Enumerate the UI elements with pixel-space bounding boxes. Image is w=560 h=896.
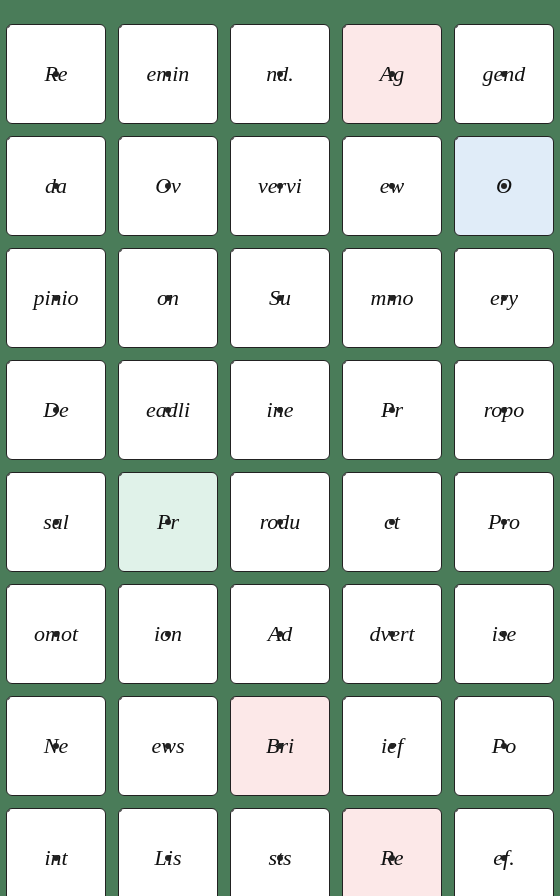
tile-text-8: ew bbox=[380, 173, 404, 199]
tile-text-22: rodu bbox=[260, 509, 301, 535]
tile-13[interactable]: mmo bbox=[342, 248, 442, 348]
tile-23[interactable]: ct bbox=[342, 472, 442, 572]
tile-10[interactable]: pinio bbox=[6, 248, 106, 348]
tile-2[interactable]: nd. bbox=[230, 24, 330, 124]
tile-12[interactable]: Su bbox=[230, 248, 330, 348]
tile-text-36: Lis bbox=[155, 845, 182, 871]
tile-text-17: ine bbox=[267, 397, 294, 423]
tile-text-16: eadli bbox=[146, 397, 190, 423]
tile-22[interactable]: rodu bbox=[230, 472, 330, 572]
tile-31[interactable]: ews bbox=[118, 696, 218, 796]
tile-14[interactable]: ery bbox=[454, 248, 554, 348]
tile-8[interactable]: ew bbox=[342, 136, 442, 236]
tile-text-30: Ne bbox=[44, 733, 68, 759]
tile-text-5: da bbox=[45, 173, 67, 199]
tile-17[interactable]: ine bbox=[230, 360, 330, 460]
tile-7[interactable]: vervi bbox=[230, 136, 330, 236]
tile-15[interactable]: De bbox=[6, 360, 106, 460]
tile-text-28: dvert bbox=[369, 621, 414, 647]
tile-text-14: ery bbox=[490, 285, 518, 311]
tile-text-27: Ad bbox=[268, 621, 292, 647]
tile-text-18: Pr bbox=[381, 397, 403, 423]
tile-29[interactable]: ise bbox=[454, 584, 554, 684]
tile-text-23: ct bbox=[384, 509, 400, 535]
tile-25[interactable]: omot bbox=[6, 584, 106, 684]
tile-text-32: Bri bbox=[266, 733, 294, 759]
tile-24[interactable]: Pro bbox=[454, 472, 554, 572]
tile-text-13: mmo bbox=[371, 285, 414, 311]
tile-28[interactable]: dvert bbox=[342, 584, 442, 684]
tile-39[interactable]: ef. bbox=[454, 808, 554, 896]
tile-34[interactable]: Po bbox=[454, 696, 554, 796]
tile-text-0: Re bbox=[44, 61, 67, 87]
tile-text-34: Po bbox=[492, 733, 516, 759]
tile-text-20: sal bbox=[43, 509, 69, 535]
tile-text-37: sts bbox=[268, 845, 291, 871]
tile-text-3: Ag bbox=[380, 61, 404, 87]
tile-text-33: ief bbox=[381, 733, 403, 759]
tile-16[interactable]: eadli bbox=[118, 360, 218, 460]
tile-text-11: on bbox=[157, 285, 179, 311]
tile-text-35: int bbox=[44, 845, 67, 871]
tile-32[interactable]: Bri bbox=[230, 696, 330, 796]
tile-text-2: nd. bbox=[266, 61, 294, 87]
tile-text-29: ise bbox=[492, 621, 516, 647]
tile-26[interactable]: ion bbox=[118, 584, 218, 684]
tile-text-21: Pr bbox=[157, 509, 179, 535]
tile-text-39: ef. bbox=[493, 845, 514, 871]
tile-36[interactable]: Lis bbox=[118, 808, 218, 896]
tile-text-25: omot bbox=[34, 621, 78, 647]
tile-text-31: ews bbox=[152, 733, 185, 759]
tile-text-6: Ov bbox=[155, 173, 181, 199]
tile-text-12: Su bbox=[269, 285, 291, 311]
tile-1[interactable]: emin bbox=[118, 24, 218, 124]
tile-30[interactable]: Ne bbox=[6, 696, 106, 796]
tile-text-26: ion bbox=[154, 621, 182, 647]
tile-0[interactable]: Re bbox=[6, 24, 106, 124]
tile-27[interactable]: Ad bbox=[230, 584, 330, 684]
tile-text-15: De bbox=[43, 397, 69, 423]
tile-text-10: pinio bbox=[33, 285, 78, 311]
tile-38[interactable]: Re bbox=[342, 808, 442, 896]
tile-37[interactable]: sts bbox=[230, 808, 330, 896]
tile-text-19: ropo bbox=[484, 397, 525, 423]
tile-text-4: gend bbox=[483, 61, 526, 87]
tile-19[interactable]: ropo bbox=[454, 360, 554, 460]
tile-text-9: O bbox=[496, 173, 512, 199]
tile-text-24: Pro bbox=[488, 509, 520, 535]
tile-21[interactable]: Pr bbox=[118, 472, 218, 572]
tile-6[interactable]: Ov bbox=[118, 136, 218, 236]
tile-35[interactable]: int bbox=[6, 808, 106, 896]
tile-text-38: Re bbox=[380, 845, 403, 871]
tile-20[interactable]: sal bbox=[6, 472, 106, 572]
tile-3[interactable]: Ag bbox=[342, 24, 442, 124]
tile-9[interactable]: O bbox=[454, 136, 554, 236]
tile-33[interactable]: ief bbox=[342, 696, 442, 796]
tile-text-1: emin bbox=[147, 61, 190, 87]
tile-11[interactable]: on bbox=[118, 248, 218, 348]
tile-text-7: vervi bbox=[258, 173, 302, 199]
tile-18[interactable]: Pr bbox=[342, 360, 442, 460]
tile-4[interactable]: gend bbox=[454, 24, 554, 124]
tile-grid: Reeminnd.AggenddaOvverviewOpinioonSummoe… bbox=[0, 10, 560, 896]
tile-5[interactable]: da bbox=[6, 136, 106, 236]
